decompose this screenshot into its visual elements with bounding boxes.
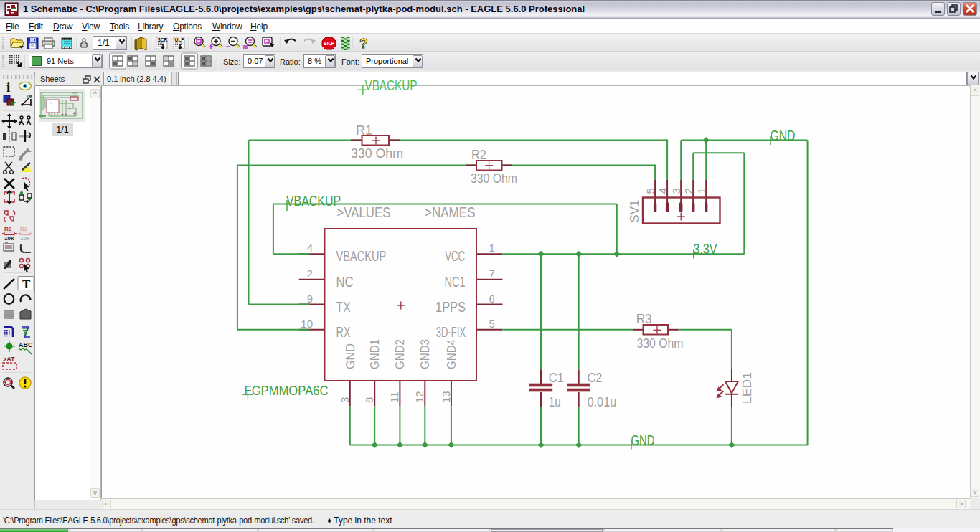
svg-text:1u: 1u — [549, 395, 561, 409]
svg-text:5: 5 — [644, 188, 656, 194]
svg-text:R2: R2 — [471, 148, 486, 162]
svg-text:0.01u: 0.01u — [587, 395, 616, 409]
svg-text:3: 3 — [670, 188, 682, 194]
svg-text:10: 10 — [301, 318, 313, 330]
svg-text:R1: R1 — [356, 123, 372, 138]
svg-text:C1: C1 — [549, 371, 564, 385]
svg-text:GND2: GND2 — [394, 339, 406, 369]
svg-text:C2: C2 — [587, 371, 602, 385]
svg-text:4: 4 — [656, 188, 669, 194]
svg-text:330 Ohm: 330 Ohm — [351, 146, 403, 161]
svg-text:R3: R3 — [636, 312, 652, 326]
svg-text:SV1: SV1 — [628, 199, 641, 222]
svg-text:1: 1 — [489, 242, 495, 254]
svg-text:330 Ohm: 330 Ohm — [471, 171, 517, 186]
svg-text:VBACKUP: VBACKUP — [365, 77, 418, 93]
svg-text:RX: RX — [336, 323, 351, 340]
svg-text:LED1: LED1 — [741, 372, 753, 404]
svg-text:NC: NC — [336, 273, 354, 290]
svg-text:FGPMMOPA6C: FGPMMOPA6C — [245, 383, 329, 398]
svg-text:8: 8 — [363, 397, 375, 403]
svg-text:NC1: NC1 — [445, 273, 466, 290]
svg-text:GND1: GND1 — [369, 339, 381, 369]
svg-text:GND3: GND3 — [419, 339, 431, 369]
svg-text:GND4: GND4 — [446, 339, 458, 369]
svg-text:VBACKUP: VBACKUP — [286, 192, 341, 209]
svg-text:9: 9 — [307, 293, 313, 305]
svg-text:VCC: VCC — [445, 247, 465, 264]
svg-text:>VALUES: >VALUES — [336, 204, 390, 220]
svg-text:3: 3 — [339, 397, 351, 403]
svg-text:2: 2 — [307, 267, 313, 280]
svg-text:GND: GND — [770, 127, 795, 143]
svg-text:GND: GND — [631, 432, 654, 448]
svg-text:3.3V: 3.3V — [693, 240, 717, 257]
svg-text:>NAMES: >NAMES — [425, 204, 476, 220]
svg-text:GND: GND — [344, 343, 357, 369]
svg-text:6: 6 — [489, 293, 495, 305]
svg-text:7: 7 — [489, 267, 495, 280]
svg-text:3D-FIX: 3D-FIX — [436, 323, 466, 340]
svg-text:TX: TX — [336, 298, 351, 315]
svg-text:11: 11 — [388, 391, 400, 403]
svg-text:13: 13 — [440, 391, 452, 403]
svg-text:12: 12 — [413, 391, 425, 403]
svg-text:4: 4 — [307, 242, 313, 254]
svg-text:VBACKUP: VBACKUP — [336, 247, 387, 264]
svg-text:5: 5 — [489, 318, 495, 330]
svg-text:330 Ohm: 330 Ohm — [636, 336, 683, 351]
svg-text:1PPS: 1PPS — [435, 298, 466, 315]
svg-text:1: 1 — [695, 188, 707, 194]
svg-text:2: 2 — [682, 188, 694, 194]
